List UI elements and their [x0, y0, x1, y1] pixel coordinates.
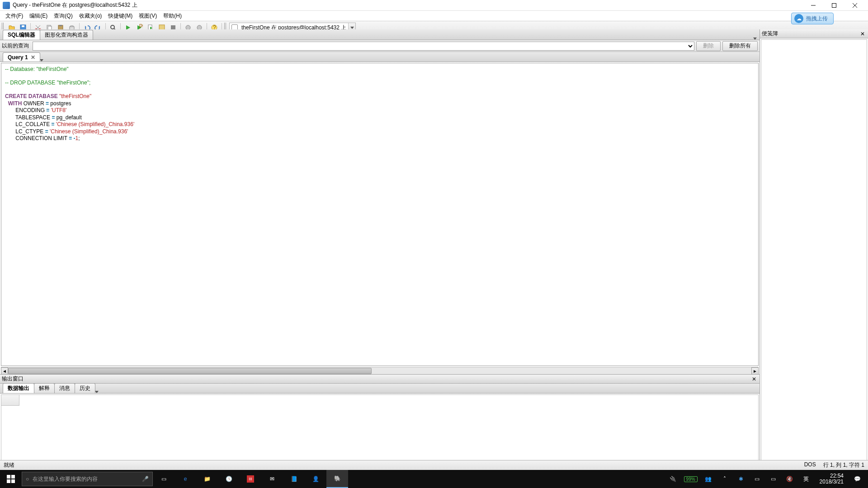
menu-macros[interactable]: 快捷键(M): [105, 11, 135, 21]
app-clock[interactable]: 🕓: [218, 470, 240, 488]
search-icon: ○: [26, 476, 29, 482]
network-icon[interactable]: ▭: [768, 474, 779, 484]
app-mail[interactable]: ✉: [261, 470, 283, 488]
scratchpad-header: 便笺簿 ✕: [760, 29, 868, 38]
svg-point-13: [111, 25, 114, 29]
scratchpad-title: 便笺簿: [762, 30, 778, 38]
tab-history[interactable]: 历史: [75, 383, 95, 393]
previous-query-select[interactable]: [33, 42, 694, 51]
cloud-icon: ☁: [794, 14, 803, 23]
titlebar: Query - theFirstOne 在 postgres@localhost…: [0, 0, 868, 11]
system-tray: 🔌 99% 👥 ˄ ✱ ▭ ▭ 🔇 英 22:54 2018/3/21 💬: [668, 473, 868, 485]
panel-menu-icon[interactable]: [40, 59, 43, 61]
upload-label: 拖拽上传: [806, 15, 828, 23]
output-grid[interactable]: [1, 394, 759, 469]
app-edge[interactable]: e: [175, 470, 196, 488]
delete-button[interactable]: 删除: [696, 41, 721, 51]
tray-chevron-icon[interactable]: ˄: [719, 474, 730, 484]
close-icon[interactable]: ✕: [31, 54, 35, 61]
output-tabs: 数据输出 解释 消息 历史: [0, 384, 760, 394]
tab-query-1[interactable]: Query 1 ✕: [3, 52, 40, 61]
menu-query[interactable]: 查询(Q): [51, 11, 75, 21]
menu-favorites[interactable]: 收藏夹(o): [76, 11, 105, 21]
menu-file[interactable]: 文件(F): [3, 11, 26, 21]
maximize-button[interactable]: [824, 0, 844, 11]
scroll-right-icon[interactable]: ▸: [751, 367, 759, 375]
bluetooth-icon[interactable]: ✱: [736, 474, 746, 484]
svg-rect-26: [11, 479, 15, 483]
upload-button[interactable]: ☁ 拖拽上传: [791, 13, 834, 24]
output-title: 输出窗口: [2, 375, 24, 383]
statusbar: 就绪 DOS 行 1, 列 1, 字符 1: [0, 460, 868, 470]
svg-rect-24: [11, 475, 15, 479]
tab-explain[interactable]: 解释: [34, 383, 55, 393]
menubar: 文件(F) 编辑(E) 查询(Q) 收藏夹(o) 快捷键(M) 视图(V) 帮助…: [0, 11, 868, 21]
scroll-left-icon[interactable]: ◂: [1, 367, 8, 375]
sql-editor[interactable]: -- Database: "theFirstOne" -- DROP DATAB…: [1, 63, 759, 366]
scroll-thumb[interactable]: [8, 368, 372, 374]
people-icon[interactable]: 👥: [703, 474, 714, 484]
mic-icon[interactable]: 🎤: [142, 476, 149, 482]
tab-graphical-builder[interactable]: 图形化查询构造器: [40, 30, 93, 40]
svg-text:pg: pg: [139, 24, 143, 28]
status-mode: DOS: [804, 461, 816, 469]
query-tab-label: Query 1: [8, 54, 28, 61]
app-red[interactable]: III: [240, 470, 261, 488]
tab-sql-editor[interactable]: SQL编辑器: [3, 30, 40, 40]
editor-mode-tabs: SQL编辑器 图形化查询构造器: [0, 29, 760, 40]
app-user[interactable]: 👤: [305, 470, 326, 488]
tab-message[interactable]: 消息: [54, 383, 75, 393]
app-icon: [3, 2, 10, 9]
window-title: Query - theFirstOne 在 postgres@localhost…: [13, 1, 803, 9]
delete-all-button[interactable]: 删除所有: [722, 41, 758, 51]
query-tabs: Query 1 ✕: [0, 52, 760, 62]
close-button[interactable]: [844, 0, 865, 11]
menu-edit[interactable]: 编辑(E): [27, 11, 50, 21]
sql-text[interactable]: -- Database: "theFirstOne" -- DROP DATAB…: [5, 66, 755, 142]
app-pgadmin[interactable]: 🐘: [326, 470, 348, 488]
display-icon[interactable]: ▭: [752, 474, 763, 484]
app-notes[interactable]: 📘: [283, 470, 305, 488]
previous-query-label: 以前的查询: [2, 42, 31, 50]
menu-help[interactable]: 帮助(H): [160, 11, 184, 21]
windows-taskbar: ○ 在这里输入你要搜索的内容 🎤 ▭ e 📁 🕓 III ✉ 📘 👤 🐘 🔌 9…: [0, 470, 868, 488]
output-header: 输出窗口 ✕: [0, 375, 760, 384]
svg-rect-1: [832, 3, 836, 7]
clock-date: 2018/3/21: [820, 479, 844, 485]
svg-rect-5: [22, 25, 24, 27]
app-explorer[interactable]: 📁: [196, 470, 218, 488]
start-button[interactable]: [0, 470, 22, 488]
task-view-icon[interactable]: ▭: [153, 470, 175, 488]
status-ready: 就绪: [4, 461, 14, 469]
volume-icon[interactable]: 🔇: [784, 474, 795, 484]
editor-horizontal-scrollbar[interactable]: ◂ ▸: [1, 367, 759, 374]
status-position: 行 1, 列 1, 字符 1: [823, 461, 864, 469]
svg-rect-23: [7, 475, 10, 479]
power-icon[interactable]: 🔌: [668, 474, 679, 484]
previous-query-bar: 以前的查询 删除 删除所有: [0, 40, 760, 52]
svg-rect-25: [7, 479, 10, 483]
close-icon[interactable]: ✕: [750, 375, 758, 383]
close-icon[interactable]: ✕: [859, 30, 866, 38]
tab-data-output[interactable]: 数据输出: [3, 383, 34, 393]
scratchpad-panel: 便笺簿 ✕ ◂ ▸: [760, 29, 868, 470]
scratchpad-body[interactable]: [761, 39, 867, 461]
ime-indicator[interactable]: 英: [801, 474, 811, 484]
output-panel: 输出窗口 ✕ 数据输出 解释 消息 历史: [0, 374, 760, 470]
panel-menu-icon[interactable]: [95, 391, 99, 393]
taskbar-clock[interactable]: 22:54 2018/3/21: [817, 473, 846, 485]
battery-icon[interactable]: 99%: [684, 476, 698, 482]
menu-view[interactable]: 视图(V): [136, 11, 160, 21]
minimize-button[interactable]: [803, 0, 824, 11]
svg-rect-11: [59, 25, 62, 26]
panel-menu-icon[interactable]: [753, 38, 757, 40]
taskbar-search[interactable]: ○ 在这里输入你要搜索的内容 🎤: [22, 472, 153, 486]
notifications-icon[interactable]: 💬: [852, 474, 863, 484]
search-placeholder: 在这里输入你要搜索的内容: [33, 475, 98, 483]
grid-corner-cell: [1, 395, 19, 406]
